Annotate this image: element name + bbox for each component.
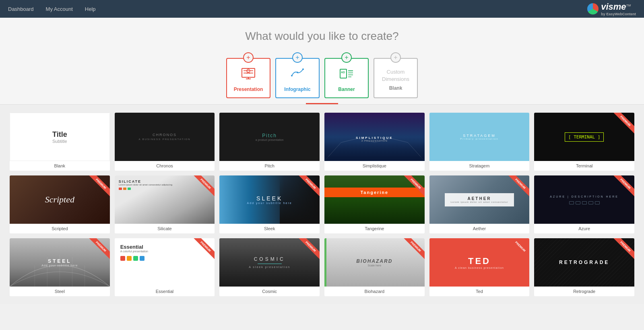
template-card-steel[interactable]: STEEL Add your subtitle here Steel (10, 238, 110, 296)
template-name-pitch: Pitch (219, 161, 320, 171)
banner-label: Banner (338, 87, 355, 92)
template-name-essential: Essential (115, 287, 215, 296)
premium-ribbon-ted (501, 238, 529, 266)
template-name-aether: Aether (429, 224, 530, 233)
premium-ribbon-silicate (186, 175, 215, 204)
svg-point-6 (291, 75, 293, 76)
active-indicator (306, 103, 338, 104)
blank-sub-label: Blank (389, 85, 402, 91)
template-card-essential[interactable]: Essential A colorful presentation Essent… (115, 238, 215, 296)
premium-ribbon-azure (606, 175, 634, 204)
grid-section: Title Subtitle Blank CHRONOSA BUSINESS P… (0, 105, 644, 304)
blank-label: CustomDimensions (382, 68, 409, 83)
template-card-ted[interactable]: TED A clean business presentation Ted (429, 238, 530, 296)
page-title: What would you like to create? (8, 30, 636, 43)
template-card-blank[interactable]: Title Subtitle Blank (10, 113, 110, 171)
nav-help[interactable]: Help (85, 6, 96, 12)
nav-dashboard[interactable]: Dashboard (8, 6, 34, 12)
template-card-tangerine[interactable]: Tangerine Tangerine (324, 175, 425, 233)
template-card-pitch[interactable]: Pitch a product presentation Pitch (219, 113, 320, 171)
template-name-steel: Steel (10, 287, 110, 296)
template-name-cosmic: Cosmic (219, 287, 320, 296)
premium-ribbon-essential (186, 238, 215, 266)
template-name-sleek: Sleek (219, 224, 320, 233)
svg-point-7 (297, 72, 298, 73)
create-buttons: + Presentation + (8, 52, 636, 98)
logo-icon (587, 3, 599, 14)
infographic-plus-icon: + (292, 52, 303, 63)
create-infographic-button[interactable]: + Infographic (275, 52, 320, 98)
create-presentation-button[interactable]: + Presentation (226, 52, 270, 98)
template-name-retrograde: Retrograde (534, 287, 634, 296)
logo: vismeTM by EasyWebContent (587, 2, 636, 16)
template-name-silicate: Silicate (115, 224, 215, 233)
template-name-scripted: Scripted (10, 224, 110, 233)
blank-plus-icon: + (390, 52, 401, 63)
logo-sub: by EasyWebContent (601, 12, 636, 16)
logo-text: vismeTM (601, 2, 631, 12)
create-banner-button[interactable]: + AD Banner (324, 52, 369, 98)
template-card-sleek[interactable]: SLEEK Add your subtitle here Sleek (219, 175, 320, 233)
premium-ribbon-biohazard (396, 238, 425, 266)
infographic-label: Infographic (284, 87, 310, 92)
template-card-stratagem[interactable]: STRATAGEM Primary presentation Stratagem (429, 113, 530, 171)
template-card-chronos[interactable]: CHRONOSA BUSINESS PRESENTATION Chronos (115, 113, 215, 171)
presentation-plus-icon: + (243, 52, 254, 63)
create-blank-button[interactable]: + CustomDimensions Blank (374, 52, 418, 98)
nav-my-account[interactable]: My Account (46, 6, 73, 12)
template-card-retrograde[interactable]: RETROGRADE Retrograde (534, 238, 634, 296)
svg-rect-15 (324, 157, 425, 161)
template-name-chronos: Chronos (115, 161, 215, 171)
template-name-blank: Blank (10, 161, 110, 171)
premium-ribbon-terminal (606, 113, 634, 141)
template-name-azure: Azure (534, 224, 634, 233)
template-card-biohazard[interactable]: BIOHAZARD Scale here Biohazard (324, 238, 425, 296)
header-section: What would you like to create? + Pr (0, 18, 644, 105)
banner-plus-icon: + (341, 52, 352, 63)
template-card-terminal[interactable]: [ TERMINAL ] Terminal (534, 113, 634, 171)
template-card-cosmic[interactable]: COSMIC A sleek presentation Cosmic (219, 238, 320, 296)
infographic-icon (290, 68, 305, 82)
template-name-terminal: Terminal (534, 161, 634, 171)
nav-links: Dashboard My Account Help (8, 6, 96, 12)
premium-ribbon-cosmic (291, 238, 320, 266)
template-card-scripted[interactable]: Scripted Scripted (10, 175, 110, 233)
svg-point-8 (302, 68, 304, 70)
banner-icon: AD (339, 68, 354, 82)
template-card-aether[interactable]: AETHER Lorem ipsum dolor sit amet consec… (429, 175, 530, 233)
templates-grid: Title Subtitle Blank CHRONOSA BUSINESS P… (10, 113, 634, 296)
template-name-biohazard: Biohazard (324, 287, 425, 296)
template-card-silicate[interactable]: SILICATE Lorem ipsum dolor sit amet cons… (115, 175, 215, 233)
presentation-icon (241, 68, 256, 82)
svg-rect-1 (244, 70, 253, 71)
template-name-simplistique: Simplistique (324, 161, 425, 171)
template-card-simplistique[interactable]: SIMPLISTIQUE A PRESENTATION Simplistique (324, 113, 425, 171)
template-name-stratagem: Stratagem (429, 161, 530, 171)
svg-text:AD: AD (341, 71, 345, 74)
presentation-label: Presentation (234, 87, 263, 92)
template-name-ted: Ted (429, 287, 530, 296)
navbar: Dashboard My Account Help vismeTM by Eas… (0, 0, 644, 18)
template-name-tangerine: Tangerine (324, 224, 425, 233)
template-card-azure[interactable]: AZURE | DESCRIPTION HERE Azure (534, 175, 634, 233)
premium-ribbon-scripted (82, 175, 110, 204)
